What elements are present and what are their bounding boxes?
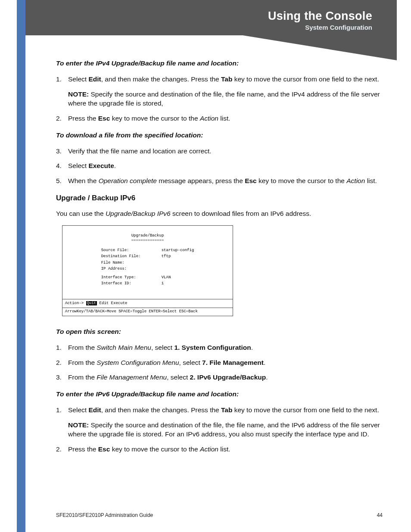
footer: SFE2010/SFE2010P Administration Guide 44 [56, 512, 383, 518]
steps-list: 1. Select Edit, and then make the change… [56, 75, 383, 123]
step-number: 1. [56, 406, 68, 439]
step-number: 2. [56, 114, 68, 123]
table-row: Interface Type:VLAN [98, 275, 198, 281]
page-title: Using the Console [268, 9, 372, 23]
steps-list: 3. Verify that the file name and locatio… [56, 147, 383, 186]
step-body: When the Operation complete message appe… [68, 177, 383, 186]
footer-doc-title: SFE2010/SFE2010P Administration Guide [56, 512, 153, 518]
console-title-underline: ============== [67, 238, 228, 243]
step-body: Select Edit, and then make the changes. … [68, 75, 383, 108]
intro-text: You can use the Upgrade/Backup IPv6 scre… [56, 209, 383, 218]
table-row: IP Address: [98, 266, 198, 272]
field-label: IP Address: [98, 266, 158, 272]
step-body: Verify that the file name and location a… [68, 147, 383, 156]
page-subtitle: System Configuration [268, 24, 372, 31]
table-row: Interface ID:1 [98, 281, 198, 287]
step-body: From the File Management Menu, select 2.… [68, 373, 383, 382]
section-lead: To download a file from the specified lo… [56, 131, 383, 140]
step-body: Select Edit, and then make the changes. … [68, 406, 383, 439]
note: NOTE: Specify the source and destination… [68, 421, 383, 439]
left-accent-bar [17, 0, 25, 532]
step-body: Press the Esc key to move the cursor to … [68, 445, 383, 454]
section-lead: To enter the IPv6 Upgrade/Backup file na… [56, 390, 383, 399]
console-selected-action: Quit [86, 301, 97, 305]
step-number: 1. [56, 343, 68, 352]
list-item: 2. Press the Esc key to move the cursor … [56, 445, 383, 454]
list-item: 5. When the Operation complete message a… [56, 177, 383, 186]
step-number: 4. [56, 162, 68, 171]
steps-list: 1. From the Switch Main Menu, select 1. … [56, 343, 383, 383]
field-value: VLAN [158, 275, 198, 281]
heading-upgrade-backup-ipv6: Upgrade / Backup IPv6 [56, 193, 383, 203]
field-value: 1 [158, 281, 198, 287]
footer-page-number: 44 [377, 512, 383, 518]
field-value: tftp [158, 254, 198, 260]
list-item: 3. From the File Management Menu, select… [56, 373, 383, 382]
step-body: From the System Configuration Menu, sele… [68, 358, 383, 367]
list-item: 2. From the System Configuration Menu, s… [56, 358, 383, 367]
list-item: 1. From the Switch Main Menu, select 1. … [56, 343, 383, 352]
table-row: File Name: [98, 260, 198, 266]
console-hint: ArrowKey/TAB/BACK=Move SPACE=Toggle ENTE… [62, 308, 233, 315]
step-number: 3. [56, 147, 68, 156]
step-body: From the Switch Main Menu, select 1. Sys… [68, 343, 383, 352]
step-number: 2. [56, 358, 68, 367]
step-body: Select Execute. [68, 162, 383, 171]
step-body: Press the Esc key to move the cursor to … [68, 114, 383, 123]
steps-list: 1. Select Edit, and then make the change… [56, 406, 383, 454]
field-label: Destination File: [98, 254, 158, 260]
section-lead: To open this screen: [56, 327, 383, 336]
console-fields: Source File:startup-config Destination F… [98, 248, 198, 287]
field-label: Source File: [98, 248, 158, 254]
list-item: 3. Verify that the file name and locatio… [56, 147, 383, 156]
section-lead: To enter the IPv4 Upgrade/Backup file na… [56, 59, 383, 68]
list-item: 4. Select Execute. [56, 162, 383, 171]
field-label: File Name: [98, 260, 158, 266]
page: Using the Console System Configuration T… [0, 0, 411, 532]
console-screenshot: Upgrade/Backup ============== Source Fil… [62, 225, 233, 316]
list-item: 2. Press the Esc key to move the cursor … [56, 114, 383, 123]
step-number: 3. [56, 373, 68, 382]
list-item: 1. Select Edit, and then make the change… [56, 75, 383, 108]
table-row: Source File:startup-config [98, 248, 198, 254]
step-number: 5. [56, 177, 68, 186]
step-number: 2. [56, 445, 68, 454]
note: NOTE: Specify the source and destination… [68, 90, 383, 108]
content: To enter the IPv4 Upgrade/Backup file na… [56, 57, 383, 462]
console-inner: Upgrade/Backup ============== Source Fil… [62, 226, 233, 299]
header-text: Using the Console System Configuration [268, 9, 372, 31]
field-value [158, 260, 198, 266]
console-title: Upgrade/Backup [67, 233, 228, 238]
field-value [158, 266, 198, 272]
table-row: Destination File:tftp [98, 254, 198, 260]
step-number: 1. [56, 75, 68, 108]
list-item: 1. Select Edit, and then make the change… [56, 406, 383, 439]
field-label: Interface Type: [98, 275, 158, 281]
field-label: Interface ID: [98, 281, 158, 287]
console-action-bar: Action-> Quit Edit Execute [62, 299, 233, 308]
field-value: startup-config [158, 248, 198, 254]
